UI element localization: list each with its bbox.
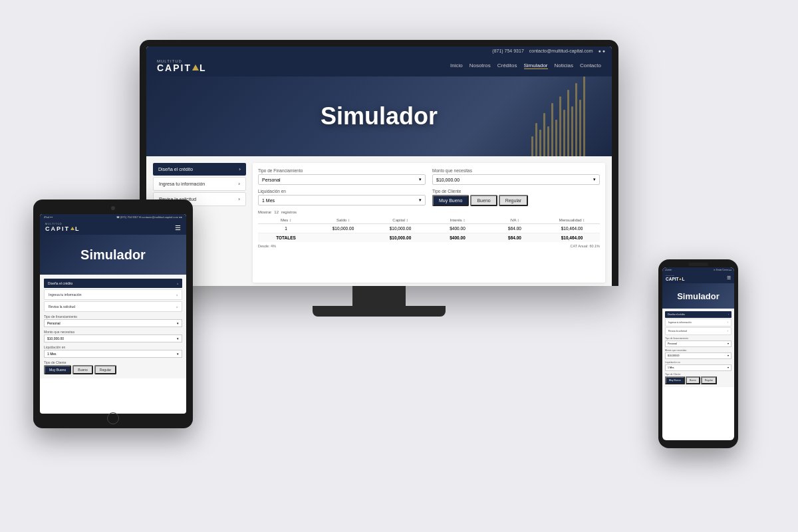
phone-cliente-btn-group: Muy Bueno Bueno Regular: [665, 376, 732, 384]
phone-step2-label: Ingresa tu información: [668, 321, 692, 324]
btn-muy-bueno[interactable]: Muy Bueno: [432, 195, 469, 206]
tipo-value: Personal: [262, 178, 281, 182]
tablet-monto-value: $10,000.00: [47, 336, 64, 340]
tablet-monto-label: Monto que necesitas: [44, 330, 182, 334]
phone-step-revisa[interactable]: Revisa la solicitud ›: [665, 327, 732, 335]
phone-hamburger-icon[interactable]: ☰: [727, 275, 731, 281]
phone-step1-label: Diseña el crédito: [668, 313, 685, 316]
tablet-btn-regular[interactable]: Regular: [94, 365, 117, 374]
records-label: registros: [281, 210, 297, 214]
phone-btn-regular[interactable]: Regular: [701, 376, 717, 384]
phone-step-ingresa[interactable]: Ingresa tu información ›: [665, 319, 732, 327]
tipo-select[interactable]: Personal ▾: [258, 174, 426, 185]
table-header: Mes ↕ Saldo ↕ Capital ↕ Interés ↕ IVA ↕ …: [258, 217, 600, 224]
monitor-hero-title: Simulador: [321, 102, 438, 130]
logo-capital: CAPITL: [157, 63, 207, 72]
phone-liquidacion-chevron-icon: ▾: [728, 366, 729, 369]
tablet-hamburger-icon[interactable]: ☰: [175, 224, 181, 231]
phone-hero: Simulador: [662, 283, 734, 309]
tablet-tipo-select[interactable]: Personal ▾: [44, 319, 182, 327]
step1-label: Diseña el crédito: [158, 167, 193, 172]
col-iva: IVA ↕: [487, 218, 543, 222]
monto-select[interactable]: $10,000.00 ▾: [432, 174, 600, 185]
liquidacion-select[interactable]: 1 Mes ▾: [258, 195, 426, 205]
phone-liquidacion-value: 1 Mes: [668, 366, 674, 369]
btn-regular[interactable]: Regular: [499, 195, 529, 206]
show-label: Mostrar: [258, 210, 271, 214]
phone-step1-chevron-icon: ›: [728, 313, 729, 316]
monitor-hero: Simulador: [146, 76, 612, 156]
totals-iva: $64.00: [487, 235, 543, 240]
tablet-step1-label: Diseña el crédito: [48, 281, 72, 285]
monitor-screen: (871) 754 9317 contacto@multitud-capital…: [146, 47, 612, 286]
monto-chevron-icon: ▾: [593, 177, 596, 182]
monto-label: Monto que necesitas: [432, 168, 600, 173]
tipo-cliente-label: Tipo de Cliente: [432, 189, 600, 194]
phone-step-disena[interactable]: Diseña el crédito ›: [665, 311, 732, 318]
tablet-logo-capital: CAPITL: [45, 225, 80, 232]
tablet-hero: Simulador: [40, 235, 186, 275]
tablet-monto-select[interactable]: $10,000.00 ▾: [44, 334, 182, 342]
tablet-step-disena[interactable]: Diseña el crédito ›: [44, 279, 182, 288]
tablet-phone: ☎ (871) 754 9317 ✉ contacto@multitud-cap…: [116, 215, 182, 219]
totals-saldo: [315, 235, 371, 240]
phone-topbar: ▪Carrier ✉ Enviar Correo ●●: [662, 267, 734, 273]
nav-creditos[interactable]: Créditos: [497, 63, 517, 69]
monitor-neck: [352, 286, 406, 306]
nav-noticias[interactable]: Noticias: [555, 63, 573, 69]
phone-btn-bueno[interactable]: Bueno: [686, 376, 700, 384]
tablet-step3-label: Revisa la solicitud: [49, 305, 75, 309]
nav-inicio[interactable]: Inicio: [450, 63, 463, 69]
cell-capital: $10,000.00: [372, 226, 428, 231]
phone-tipo-select[interactable]: Personal ▾: [665, 340, 732, 347]
col-capital: Capital ↕: [372, 218, 428, 222]
tablet-btn-bueno[interactable]: Bueno: [72, 365, 92, 374]
topbar-social: ● ●: [598, 49, 605, 53]
scene: (871) 754 9317 contacto@multitud-capital…: [0, 0, 798, 532]
phone-logo-triangle-icon: [679, 278, 682, 280]
totals-label: TOTALES: [258, 235, 314, 240]
phone-content: Diseña el crédito › Ingresa tu informaci…: [662, 309, 734, 387]
tablet-tipo-chevron-icon: ▾: [177, 321, 179, 325]
phone-btn-muy-bueno[interactable]: Muy Bueno: [665, 376, 685, 384]
phone-liquidacion-select[interactable]: 1 Mes ▾: [665, 364, 732, 371]
monto-value: $10,000.00: [436, 178, 460, 182]
monitor-base: [313, 306, 446, 317]
phone-status-right: ✉ Enviar Correo ●●: [714, 269, 732, 271]
monitor-nav: Inicio Nosotros Créditos Simulador Notic…: [450, 63, 601, 69]
phone-notch: [688, 263, 708, 266]
phone-monto-select[interactable]: $10,000.00 ▾: [665, 352, 732, 359]
tipo-financiamiento-group: Tipo de Financiamiento Personal ▾: [258, 168, 426, 185]
step-ingresa[interactable]: Ingresa tu información ›: [153, 177, 246, 191]
nav-simulador[interactable]: Simulador: [524, 63, 548, 69]
tablet-step-ingresa[interactable]: Ingresa tu información ›: [44, 289, 182, 300]
tablet-navbar: MULTITUD CAPITL ☰: [40, 220, 186, 235]
tablet-step-revisa[interactable]: Revisa la solicitud ›: [44, 301, 182, 312]
tablet-status: iPad ▪▪▪: [44, 215, 53, 219]
tablet-content: Diseña el crédito › Ingresa tu informaci…: [40, 275, 186, 378]
phone-step3-label: Revisa la solicitud: [668, 330, 687, 332]
tipo-label: Tipo de Financiamiento: [258, 168, 426, 173]
cell-iva: $64.00: [487, 226, 543, 231]
tablet-hero-title: Simulador: [80, 247, 146, 263]
nav-nosotros[interactable]: Nosotros: [469, 63, 491, 69]
cell-mensualidad: $10,464.00: [544, 226, 600, 231]
tablet-liquidacion-select[interactable]: 1 Mes ▾: [44, 350, 182, 358]
tablet-home-button[interactable]: [107, 412, 119, 424]
step-disena[interactable]: Diseña el crédito ›: [153, 163, 246, 176]
table-totals-row: TOTALES $10,000.00 $400.00 $64.00 $10,46…: [258, 233, 600, 242]
btn-bueno[interactable]: Bueno: [470, 195, 497, 206]
col-mes: Mes ↕: [258, 218, 314, 222]
step3-chevron-icon: ›: [238, 196, 240, 202]
form-row-2: Liquidación en 1 Mes ▾ Tipo de Cliente M…: [258, 189, 600, 206]
phone-status-left: ▪Carrier: [665, 269, 672, 271]
tablet-liquidacion-chevron-icon: ▾: [177, 352, 179, 356]
tablet-step2-chevron-icon: ›: [176, 293, 178, 297]
phone-navbar: MULTITUD CAPITL ☰: [662, 273, 734, 283]
col-mensualidad: Mensualidad ↕: [544, 218, 600, 222]
tablet-btn-muy-bueno[interactable]: Muy Bueno: [44, 365, 71, 374]
tablet-tipo-cliente-label: Tipo de Cliente: [44, 360, 182, 364]
nav-contacto[interactable]: Contacto: [580, 63, 601, 69]
monitor-topbar: (871) 754 9317 contacto@multitud-capital…: [146, 47, 612, 55]
liquidacion-group: Liquidación en 1 Mes ▾: [258, 189, 426, 206]
